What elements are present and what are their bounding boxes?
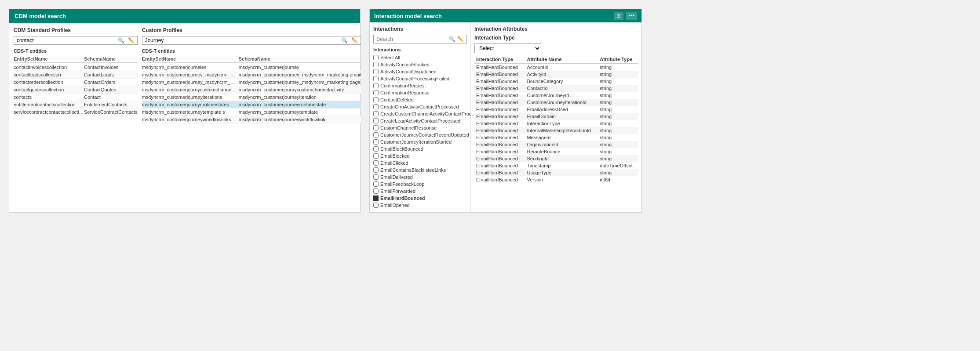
checkbox[interactable] [373,174,379,180]
table-row[interactable]: msdyncrm_customerjourney_msdyncrm_market… [142,71,361,79]
interactions-search-row[interactable]: 🔍 ✏️ [373,35,467,43]
table-row[interactable]: contactorderscollectionContactOrders [14,79,138,86]
list-item[interactable]: ActivityContactProcessingFailed [373,75,467,82]
list-item[interactable]: CreateLeadActivityContactProcessed [373,117,467,124]
list-item[interactable]: Select All [373,54,467,61]
table-row[interactable]: EmailHardBouncedEmailDomainstring [474,113,638,120]
table-row[interactable]: EmailHardBouncedUsageTypestring [474,169,638,176]
table-row[interactable]: msdyncrm_customerjourneyworkflowlinksmsd… [142,116,361,123]
list-item[interactable]: EmailOpened [373,202,467,209]
list-item[interactable]: EmailContainsBlacklistedLinks [373,166,467,174]
list-item[interactable]: ConfirmationRequest [373,82,467,89]
list-item[interactable]: EmailBlocked [373,152,467,159]
table-row[interactable]: msdyncrm_customerjourneytemplate smsdync… [142,109,361,116]
list-item[interactable]: CustomerJourneyIterationStarted [373,138,467,145]
checkbox[interactable] [373,160,379,166]
checkbox[interactable] [373,139,379,145]
table-row[interactable]: msdyncrm_customerjournyruntimestatesmsdy… [142,101,361,109]
atype-cell: string [598,71,638,78]
table-row[interactable]: msdyncrm_customerjourneiesmsdyncrm_custo… [142,64,361,71]
checkbox[interactable] [373,188,379,194]
checkbox[interactable] [373,62,379,67]
checkbox[interactable] [373,125,379,130]
checkbox[interactable] [373,132,379,138]
list-item[interactable]: ContactDeleted [373,96,467,103]
checkbox[interactable] [373,69,379,74]
filter-select-row[interactable]: Select EmailHardBounced [474,43,638,53]
attributes-table: Interaction Type Attribute Name Attribut… [474,56,638,183]
list-item[interactable]: CustomerJourneyContactRecordUpdated [373,131,467,138]
custom-profiles-search-input[interactable] [145,37,342,43]
table-row[interactable]: msdyncrm_customerjournycustomchannelacti… [142,86,361,94]
checkbox[interactable] [373,146,379,152]
table-row[interactable]: EmailHardBouncedEmailAddressUsedstring [474,106,638,113]
item-label: EmailDelivered [380,174,413,180]
header-icon-more[interactable]: ••• [626,12,637,20]
list-item[interactable]: ActivityContactBlocked [373,61,467,68]
table-row[interactable]: EmailHardBouncedCustomerJourneyIteration… [474,99,638,106]
checkbox[interactable] [373,181,379,187]
table-row[interactable]: EmailHardBouncedOrganizationIdstring [474,141,638,148]
table-row[interactable]: msdyncrm_customerjourney_msdyncrm_market… [142,79,361,86]
table-row[interactable]: EmailHardBouncedInternalMarketingInterac… [474,127,638,134]
table-row[interactable]: EmailHardBouncedBounceCategorystring [474,78,638,85]
custom-profiles-search-box[interactable]: 🔍 ✏️ [142,36,361,45]
table-row[interactable]: EmailHardBouncedRemoteBouncestring [474,148,638,155]
interactions-search-input[interactable] [376,36,449,42]
table-row[interactable]: EmailHardBouncedSendingIdstring [474,155,638,162]
checkbox[interactable] [373,104,379,109]
cdm-standard-search-input[interactable] [17,37,118,43]
list-item[interactable]: EmailHardBounced [373,195,467,202]
list-item[interactable]: CreateCustomChannelActivityContactProc..… [373,110,467,117]
table-row[interactable]: EmailHardBouncedTimestampdateTimeOffset [474,162,638,169]
list-item[interactable]: ActivityContactDispatched [373,68,467,75]
interactions-search-icon: 🔍 [449,36,455,42]
table-row[interactable]: msdyncrm_customerjourneyiterationsmsdync… [142,94,361,101]
checkbox[interactable] [373,90,379,95]
table-row[interactable]: EmailHardBouncedVersionint64 [474,176,638,183]
table-row[interactable]: servicecontractcontactscollectionService… [14,109,138,116]
checkbox[interactable] [373,97,379,102]
table-row[interactable]: contactquotescollectionContactQuotes [14,86,138,94]
table-row[interactable]: EmailHardBouncedAccountIdstring [474,63,638,71]
custom-profiles-cds-label: CDS-T entities [142,48,361,54]
interactions-pencil-icon[interactable]: ✏️ [457,36,464,42]
table-row[interactable]: EmailHardBouncedActivityIdstring [474,71,638,78]
table-row[interactable]: EmailHardBouncedCustomerJourneyIdstring [474,92,638,99]
list-item[interactable]: CustomChannelResponse [373,124,467,131]
cdm-standard-pencil-icon[interactable]: ✏️ [128,37,135,43]
list-item[interactable]: EmailClicked [373,159,467,166]
list-item[interactable]: EmailFeedbackLoop [373,181,467,188]
table-row[interactable]: contactinvoicescollectionContactInvoices [14,64,138,71]
checkbox[interactable] [373,76,379,81]
interaction-type-select[interactable]: Select EmailHardBounced [474,43,541,53]
table-row[interactable]: entitlementcontactscollectionEntitlement… [14,101,138,109]
list-item[interactable]: EmailBlockBounced [373,145,467,152]
header-icon-grid[interactable]: ⊞ [614,12,623,20]
cdm-standard-search-box[interactable]: 🔍 ✏️ [14,36,138,45]
checkbox[interactable] [373,83,379,88]
list-item[interactable]: EmailForwarded [373,188,467,195]
atype-cell: string [598,99,638,106]
custom-profiles-pencil-icon[interactable]: ✏️ [351,37,358,43]
itype-cell: EmailHardBounced [474,71,525,78]
table-row[interactable]: EmailHardBouncedMessageIdstring [474,134,638,141]
checkbox[interactable] [373,203,379,208]
atype-cell: string [598,120,638,127]
checkbox[interactable] [373,153,379,159]
table-row[interactable]: contactsContact [14,94,138,101]
checkbox[interactable] [373,118,379,123]
table-row[interactable]: EmailHardBouncedContactIdstring [474,85,638,92]
table-row[interactable]: EmailHardBouncedInteractionTypestring [474,120,638,127]
interactions-list-label: Interactions [373,47,467,52]
table-row[interactable]: contactleadscollectionContactLeads [14,71,138,79]
list-item[interactable]: CreateCrmActivityContactProcessed [373,103,467,110]
itype-cell: EmailHardBounced [474,141,525,148]
checkbox[interactable] [373,55,379,60]
interactions-left-pane: Interactions 🔍 ✏️ Interactions Select Al… [370,22,471,212]
checkbox[interactable] [373,111,379,116]
checkbox[interactable] [373,167,379,173]
item-label: EmailBlocked [380,153,410,159]
list-item[interactable]: EmailDelivered [373,174,467,181]
list-item[interactable]: ConfirmationResponse [373,89,467,96]
